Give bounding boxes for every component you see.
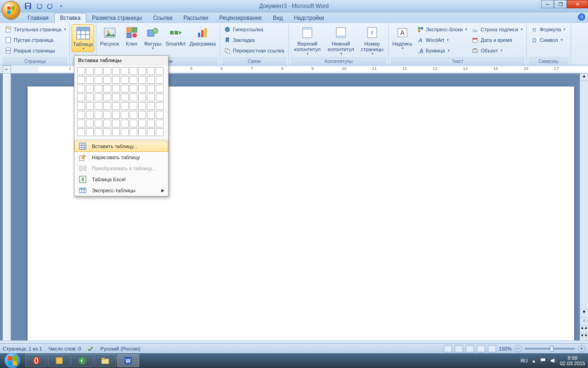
symbol-button[interactable]: ΩСимвол▾ <box>529 35 567 45</box>
grid-cell[interactable] <box>112 128 120 136</box>
grid-cell[interactable] <box>156 85 164 92</box>
prev-page-button[interactable]: ▲▲ <box>580 325 588 333</box>
excel-table-item[interactable]: X Таблица Excel <box>74 174 168 185</box>
print-layout-view[interactable] <box>444 345 452 352</box>
page-break-button[interactable]: Разрыв страницы <box>3 46 68 56</box>
grid-cell[interactable] <box>86 120 94 127</box>
quick-parts-button[interactable]: Экспресс-блоки▾ <box>415 24 469 34</box>
grid-cell[interactable] <box>121 85 129 92</box>
cross-reference-button[interactable]: Перекрестная ссылка <box>222 46 286 56</box>
grid-cell[interactable] <box>121 128 129 136</box>
grid-cell[interactable] <box>103 120 111 127</box>
grid-cell[interactable] <box>156 111 164 119</box>
grid-cell[interactable] <box>121 120 129 127</box>
grid-cell[interactable] <box>95 120 102 127</box>
page-number-button[interactable]: #Номер страницы▾ <box>358 24 386 57</box>
grid-cell[interactable] <box>103 76 111 84</box>
grid-cell[interactable] <box>112 93 120 101</box>
grid-cell[interactable] <box>138 67 146 75</box>
zoom-level[interactable]: 150% <box>499 346 512 351</box>
grid-cell[interactable] <box>77 128 85 136</box>
grid-cell[interactable] <box>77 111 85 119</box>
word-count[interactable]: Число слов: 0 <box>49 346 81 351</box>
grid-cell[interactable] <box>95 111 102 119</box>
grid-cell[interactable] <box>112 111 120 119</box>
full-screen-view[interactable] <box>455 345 463 352</box>
grid-cell[interactable] <box>121 93 129 101</box>
blank-page-button[interactable]: Пустая страница <box>3 35 68 45</box>
grid-cell[interactable] <box>147 67 155 75</box>
zoom-in-button[interactable]: + <box>578 345 585 352</box>
web-layout-view[interactable] <box>466 345 474 352</box>
tray-clock[interactable]: 8:58 02.03.2015 <box>560 355 585 366</box>
help-button[interactable]: ? <box>578 13 585 21</box>
bookmark-button[interactable]: Закладка <box>222 35 286 45</box>
taskbar-app3[interactable] <box>71 354 93 367</box>
tab-addins[interactable]: Надстройки <box>288 13 330 23</box>
browse-object-button[interactable]: ○ <box>580 317 588 325</box>
grid-cell[interactable] <box>130 76 137 84</box>
grid-cell[interactable] <box>121 76 129 84</box>
tab-home[interactable]: Главная <box>22 13 54 23</box>
grid-cell[interactable] <box>103 93 111 101</box>
tab-mailings[interactable]: Рассылки <box>178 13 214 23</box>
grid-cell[interactable] <box>138 128 146 136</box>
grid-cell[interactable] <box>138 93 146 101</box>
grid-cell[interactable] <box>147 76 155 84</box>
next-page-button[interactable]: ▼▼ <box>580 333 588 340</box>
grid-cell[interactable] <box>130 111 137 119</box>
grid-cell[interactable] <box>156 67 164 75</box>
vertical-ruler[interactable] <box>3 74 11 340</box>
grid-cell[interactable] <box>95 85 102 92</box>
tab-view[interactable]: Вид <box>267 13 288 23</box>
grid-cell[interactable] <box>121 102 129 110</box>
grid-cell[interactable] <box>103 128 111 136</box>
minimize-button[interactable]: ─ <box>541 0 554 8</box>
scroll-up-button[interactable]: ▲ <box>580 74 588 81</box>
grid-cell[interactable] <box>86 111 94 119</box>
grid-cell[interactable] <box>138 111 146 119</box>
grid-cell[interactable] <box>130 85 137 92</box>
grid-cell[interactable] <box>130 93 137 101</box>
grid-cell[interactable] <box>95 93 102 101</box>
grid-cell[interactable] <box>147 111 155 119</box>
close-button[interactable]: ✕ <box>567 0 588 8</box>
grid-cell[interactable] <box>147 102 155 110</box>
object-button[interactable]: Объект▾ <box>469 46 524 56</box>
grid-cell[interactable] <box>77 85 85 92</box>
language-status[interactable]: Русский (Россия) <box>100 346 140 351</box>
tab-review[interactable]: Рецензирование <box>214 13 267 23</box>
grid-cell[interactable] <box>130 102 137 110</box>
taskbar-app2[interactable] <box>48 354 70 367</box>
grid-cell[interactable] <box>77 120 85 127</box>
grid-cell[interactable] <box>130 120 137 127</box>
footer-button[interactable]: Нижний колонтитул▾ <box>324 24 357 57</box>
grid-cell[interactable] <box>103 67 111 75</box>
grid-cell[interactable] <box>112 76 120 84</box>
spell-check-icon[interactable] <box>87 345 94 352</box>
tray-volume-icon[interactable] <box>550 357 556 364</box>
table-button[interactable]: Таблица ▾ <box>72 24 94 52</box>
scroll-down-button[interactable]: ▼ <box>580 309 588 316</box>
hyperlink-button[interactable]: Гиперссылка <box>222 24 286 34</box>
grid-cell[interactable] <box>77 93 85 101</box>
grid-cell[interactable] <box>156 120 164 127</box>
start-button[interactable] <box>0 353 25 368</box>
grid-cell[interactable] <box>95 128 102 136</box>
shapes-button[interactable]: Фигуры▾ <box>142 24 164 51</box>
grid-cell[interactable] <box>130 67 137 75</box>
grid-cell[interactable] <box>112 120 120 127</box>
draw-table-item[interactable]: Нарисовать таблицу <box>74 152 168 163</box>
equation-button[interactable]: πФормула▾ <box>529 24 567 34</box>
wordart-button[interactable]: AWordArt▾ <box>415 35 469 45</box>
grid-cell[interactable] <box>112 67 120 75</box>
table-grid-picker[interactable] <box>74 65 168 138</box>
taskbar-opera[interactable] <box>25 354 47 367</box>
grid-cell[interactable] <box>112 102 120 110</box>
tab-page-layout[interactable]: Разметка страницы <box>86 13 147 23</box>
tray-show-hidden[interactable]: ▲ <box>531 358 536 363</box>
grid-cell[interactable] <box>156 102 164 110</box>
date-time-button[interactable]: Дата и время <box>469 35 524 45</box>
restore-button[interactable]: ❐ <box>554 0 567 8</box>
grid-cell[interactable] <box>156 76 164 84</box>
